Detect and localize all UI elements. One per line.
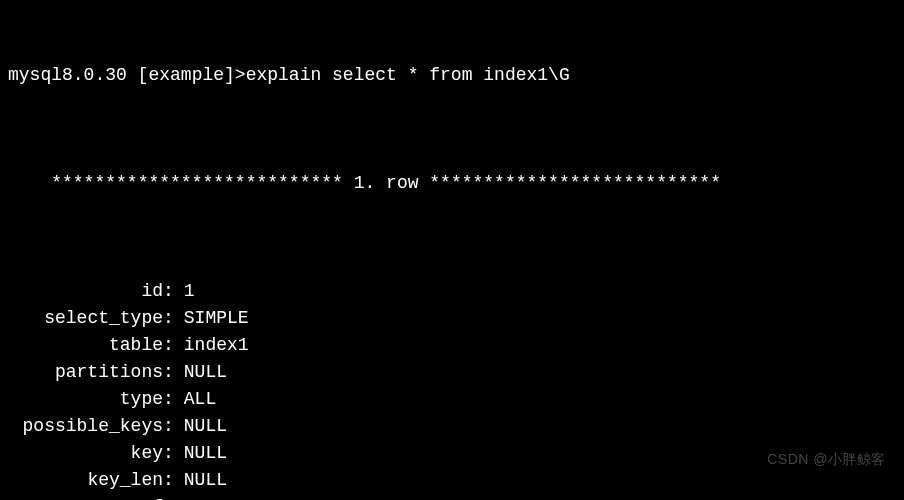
field-label: id: [8, 278, 163, 305]
field-value: NULL: [174, 440, 227, 467]
terminal-output: mysql8.0.30 [example]> explain select * …: [8, 8, 896, 500]
explain-fields: id:1select_type:SIMPLEtable:index1partit…: [8, 278, 896, 500]
field-separator: :: [163, 440, 174, 467]
field-separator: :: [163, 413, 174, 440]
stars-right: ***************************: [429, 173, 721, 193]
command-text: explain select * from index1\G: [246, 62, 570, 89]
field-separator: :: [163, 467, 174, 494]
field-value: NULL: [174, 494, 227, 500]
field-label: table: [8, 332, 163, 359]
field-label: select_type: [8, 305, 163, 332]
explain-row: type:ALL: [8, 386, 896, 413]
row-label: 1. row: [343, 173, 429, 193]
field-separator: :: [163, 359, 174, 386]
row-separator: *************************** 1. row *****…: [8, 143, 896, 224]
explain-row: table:index1: [8, 332, 896, 359]
watermark-text: CSDN @小胖鲸客: [767, 449, 886, 470]
prompt-prefix: mysql8.0.30 [example]>: [8, 62, 246, 89]
field-separator: :: [163, 494, 174, 500]
explain-row: id:1: [8, 278, 896, 305]
field-separator: :: [163, 386, 174, 413]
command-line-1: mysql8.0.30 [example]> explain select * …: [8, 62, 896, 89]
field-label: ref: [8, 494, 163, 500]
field-value: NULL: [174, 359, 227, 386]
field-value: index1: [174, 332, 249, 359]
explain-row: possible_keys:NULL: [8, 413, 896, 440]
field-label: possible_keys: [8, 413, 163, 440]
field-label: key_len: [8, 467, 163, 494]
explain-row: partitions:NULL: [8, 359, 896, 386]
field-value: 1: [174, 278, 195, 305]
field-separator: :: [163, 278, 174, 305]
explain-row: select_type:SIMPLE: [8, 305, 896, 332]
field-label: key: [8, 440, 163, 467]
field-separator: :: [163, 332, 174, 359]
field-label: partitions: [8, 359, 163, 386]
field-label: type: [8, 386, 163, 413]
stars-left: ***************************: [51, 173, 343, 193]
field-value: SIMPLE: [174, 305, 249, 332]
explain-row: ref:NULL: [8, 494, 896, 500]
field-separator: :: [163, 305, 174, 332]
field-value: NULL: [174, 467, 227, 494]
field-value: ALL: [174, 386, 216, 413]
explain-row: key:NULL: [8, 440, 896, 467]
explain-row: key_len:NULL: [8, 467, 896, 494]
field-value: NULL: [174, 413, 227, 440]
